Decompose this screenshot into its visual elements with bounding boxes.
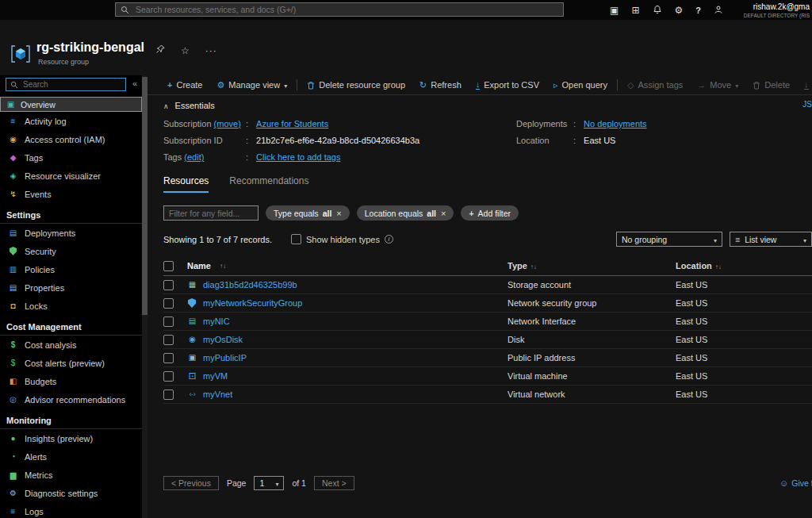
sort-icon[interactable]: ↑↓	[715, 263, 722, 271]
select-all-checkbox[interactable]	[163, 261, 174, 271]
help-icon[interactable]	[695, 6, 701, 15]
resource-link[interactable]: myVnet	[203, 389, 232, 399]
resource-link[interactable]: myNetworkSecurityGroup	[203, 298, 302, 308]
manage-view-button[interactable]: Manage view	[209, 75, 294, 94]
sort-icon[interactable]: ↑↓	[530, 263, 537, 271]
previous-page-button[interactable]: < Previous	[163, 476, 219, 490]
sidebar-item-insights[interactable]: Insights (preview)	[0, 429, 142, 447]
create-button[interactable]: Create	[160, 75, 209, 94]
sidebar-item-locks[interactable]: Locks	[0, 297, 142, 315]
sidebar-item-cost-alerts[interactable]: Cost alerts (preview)	[0, 354, 142, 372]
column-header-type[interactable]: Type	[508, 261, 527, 271]
settings-gear-icon[interactable]	[675, 6, 684, 15]
next-page-button[interactable]: Next >	[314, 476, 354, 490]
sidebar-search[interactable]	[6, 78, 126, 91]
add-filter-button[interactable]: Add filter	[461, 205, 519, 221]
pin-icon[interactable]	[155, 44, 165, 56]
sidebar-item-tags[interactable]: Tags	[0, 148, 142, 167]
column-header-name[interactable]: Name	[187, 261, 211, 271]
cloud-shell-icon[interactable]	[610, 6, 619, 15]
move-button[interactable]: Move	[690, 75, 745, 94]
sidebar-item-security[interactable]: Security	[0, 242, 142, 260]
sidebar-item-budgets[interactable]: Budgets	[0, 372, 142, 390]
sidebar-item-advisor-recommendations[interactable]: Advisor recommendations	[0, 390, 142, 409]
table-row[interactable]: myPublicIP Public IP address East US	[163, 349, 812, 367]
row-checkbox[interactable]	[163, 371, 174, 382]
type-filter-chip[interactable]: Type equalsall	[266, 205, 350, 221]
directory-filter-icon[interactable]	[631, 6, 639, 15]
refresh-button[interactable]: Refresh	[412, 75, 469, 94]
row-checkbox[interactable]	[163, 335, 174, 345]
sidebar-scrollbar-thumb[interactable]	[142, 77, 147, 315]
delete-button[interactable]: Delete	[745, 75, 797, 94]
more-options-icon[interactable]	[205, 45, 217, 56]
json-view-link[interactable]: JS	[802, 100, 812, 109]
sidebar-item-properties[interactable]: Properties	[0, 278, 142, 297]
remove-filter-icon[interactable]	[335, 209, 341, 218]
show-hidden-types[interactable]: Show hidden types	[291, 234, 393, 244]
essentials-toggle[interactable]: Essentials	[163, 101, 235, 110]
view-dropdown[interactable]: List view	[730, 232, 812, 247]
sidebar-item-alerts[interactable]: Alerts	[0, 447, 142, 466]
sort-icon[interactable]: ↑↓	[220, 263, 226, 270]
sidebar-item-logs[interactable]: Logs	[0, 502, 142, 518]
row-checkbox[interactable]	[163, 317, 174, 327]
export-csv-button[interactable]: Export to CSV	[469, 75, 546, 94]
row-checkbox[interactable]	[163, 389, 174, 400]
location-filter-chip[interactable]: Location equalsall	[357, 205, 454, 221]
notifications-icon[interactable]	[653, 5, 662, 16]
remove-filter-icon[interactable]	[440, 209, 446, 218]
resource-link[interactable]: diag31b5d2d46325b99b	[203, 280, 297, 290]
table-row[interactable]: myVM Virtual machine East US	[163, 367, 812, 386]
delete-resource-group-button[interactable]: Delete resource group	[300, 75, 412, 94]
give-feedback-link[interactable]: Give fe	[779, 478, 812, 488]
global-search[interactable]	[115, 2, 564, 17]
table-row[interactable]: myNetworkSecurityGroup Network security …	[163, 294, 812, 313]
open-query-button[interactable]: Open query	[546, 75, 615, 94]
grouping-dropdown[interactable]: No grouping	[616, 232, 722, 247]
sidebar-section-cost-management: Cost Management	[0, 315, 142, 336]
sidebar-search-input[interactable]	[21, 79, 121, 90]
edit-tags-link[interactable]: (edit)	[184, 152, 204, 162]
feedback-person-icon[interactable]	[714, 5, 723, 16]
assign-tags-button[interactable]: Assign tags	[620, 75, 690, 94]
sidebar-scrollbar[interactable]	[142, 75, 147, 518]
row-checkbox[interactable]	[163, 298, 174, 309]
sidebar-item-policies[interactable]: Policies	[0, 260, 142, 278]
table-row[interactable]: myOsDisk Disk East US	[163, 331, 812, 349]
sidebar-item-deployments[interactable]: Deployments	[0, 224, 142, 242]
tab-resources[interactable]: Resources	[163, 175, 209, 193]
move-link[interactable]: (move)	[214, 119, 241, 129]
table-row[interactable]: diag31b5d2d46325b99b Storage account Eas…	[163, 276, 812, 294]
table-row[interactable]: myVnet Virtual network East US	[163, 386, 812, 404]
sidebar-item-diagnostic-settings[interactable]: Diagnostic settings	[0, 484, 142, 502]
favorite-star-icon[interactable]	[181, 45, 190, 56]
resource-link[interactable]: myPublicIP	[203, 353, 247, 363]
deployments-link[interactable]: No deployments	[584, 119, 647, 129]
resource-link[interactable]: myVM	[203, 371, 228, 381]
page-number-dropdown[interactable]: 1	[254, 476, 284, 490]
subscription-link[interactable]: Azure for Students	[256, 119, 328, 129]
sidebar-item-access-control[interactable]: Access control (IAM)	[0, 130, 142, 148]
global-search-input[interactable]	[134, 4, 558, 15]
resource-link[interactable]: myNIC	[203, 317, 230, 326]
add-tags-link[interactable]: Click here to add tags	[256, 152, 340, 162]
account-info[interactable]: rishaw.2k@gma DEFAULT DIRECTORY (RIS	[744, 2, 810, 19]
sidebar-item-events[interactable]: Events	[0, 185, 142, 203]
table-row[interactable]: myNIC Network Interface East US	[163, 313, 812, 331]
export-template-button[interactable]: Export template	[797, 75, 812, 94]
row-checkbox[interactable]	[163, 353, 174, 363]
add-filter-label: Add filter	[478, 209, 511, 218]
column-header-location[interactable]: Location	[676, 261, 712, 271]
sidebar-item-resource-visualizer[interactable]: Resource visualizer	[0, 167, 142, 185]
sidebar-item-cost-analysis[interactable]: Cost analysis	[0, 336, 142, 354]
sidebar-item-overview[interactable]: Overview	[0, 97, 142, 112]
collapse-sidebar-icon[interactable]	[132, 79, 137, 88]
tab-recommendations[interactable]: Recommendations	[229, 175, 308, 193]
sidebar-item-metrics[interactable]: Metrics	[0, 466, 142, 484]
sidebar-item-activity-log[interactable]: Activity log	[0, 112, 142, 130]
resource-link[interactable]: myOsDisk	[203, 335, 243, 344]
row-checkbox[interactable]	[163, 280, 174, 290]
show-hidden-checkbox[interactable]	[291, 234, 301, 244]
filter-field-input[interactable]	[163, 205, 259, 221]
